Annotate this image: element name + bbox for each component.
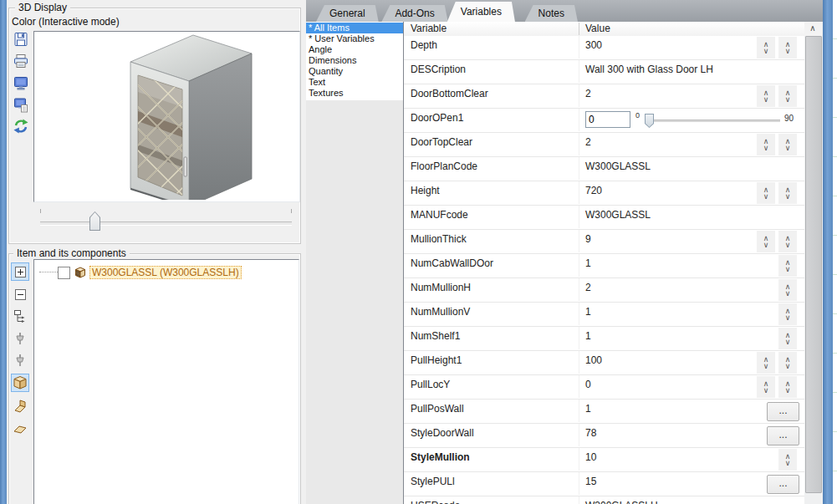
- chevron-down-icon[interactable]: ∨: [785, 314, 791, 321]
- column-header-value[interactable]: Value: [585, 23, 610, 34]
- chevron-down-icon[interactable]: ∨: [785, 242, 791, 248]
- vertical-scrollbar[interactable]: ∧: [804, 22, 821, 504]
- spinner-control[interactable]: ∧∨: [778, 255, 797, 277]
- tree-item-row[interactable]: W300GLASSL (W300GLASSLH): [39, 265, 242, 280]
- chevron-down-icon[interactable]: ∨: [763, 145, 769, 151]
- spinner-control[interactable]: ∧∨: [778, 37, 797, 59]
- chevron-down-icon[interactable]: ∨: [785, 363, 791, 369]
- chevron-down-icon[interactable]: ∨: [763, 96, 769, 103]
- bent-panel-button[interactable]: [11, 396, 29, 415]
- table-row[interactable]: DoorBottomClear2∧∨∧∨: [404, 84, 804, 109]
- chevron-down-icon[interactable]: ∨: [763, 363, 769, 369]
- spinner-control[interactable]: ∧∨: [757, 182, 775, 204]
- scrollbar-up-button[interactable]: ∧: [804, 22, 821, 36]
- slider-thumb[interactable]: [89, 211, 100, 231]
- chevron-down-icon[interactable]: ∨: [763, 48, 769, 54]
- tab-variables[interactable]: Variables: [447, 2, 515, 22]
- category-item[interactable]: Quantity: [306, 66, 403, 77]
- slider-track[interactable]: [40, 221, 292, 226]
- value-slider-thumb[interactable]: [645, 114, 654, 128]
- collapse-all-button[interactable]: [11, 285, 29, 303]
- table-row[interactable]: PullHeight1100∧∨∧∨: [404, 351, 804, 375]
- chevron-down-icon[interactable]: ∨: [785, 339, 791, 345]
- chevron-down-icon[interactable]: ∨: [785, 290, 791, 297]
- column-separator[interactable]: [579, 23, 579, 35]
- table-row[interactable]: PullPosWall1...: [404, 400, 804, 424]
- table-row[interactable]: StyleDoorWall78...: [404, 424, 804, 448]
- spinner-control[interactable]: ∧∨: [757, 85, 775, 107]
- chevron-down-icon[interactable]: ∨: [785, 48, 791, 54]
- table-row[interactable]: Depth300∧∨∧∨: [404, 36, 804, 60]
- assembly-box-button[interactable]: [11, 374, 29, 392]
- spinner-control[interactable]: ∧∨: [778, 182, 797, 204]
- value-slider-track[interactable]: [646, 120, 780, 122]
- table-row[interactable]: Height720∧∨∧∨: [404, 181, 804, 206]
- spinner-control[interactable]: ∧∨: [757, 376, 775, 398]
- tree-item-label[interactable]: W300GLASSL (W300GLASSLH): [89, 266, 242, 279]
- column-header-variable[interactable]: Variable: [411, 23, 447, 34]
- category-item[interactable]: Text: [306, 77, 403, 88]
- spinner-control[interactable]: ∧∨: [778, 85, 797, 107]
- table-row[interactable]: NumShelf11∧∨: [404, 327, 804, 351]
- category-item[interactable]: Angle: [306, 44, 403, 55]
- chevron-down-icon[interactable]: ∨: [785, 266, 791, 272]
- viewport-3d[interactable]: [33, 31, 300, 202]
- components-tree[interactable]: W300GLASSL (W300GLASSLH): [33, 259, 299, 504]
- category-item[interactable]: Dimensions: [306, 55, 403, 66]
- tab-add-ons[interactable]: Add-Ons: [381, 5, 447, 22]
- spinner-control[interactable]: ∧∨: [757, 231, 775, 252]
- display-button[interactable]: [12, 74, 30, 92]
- chevron-down-icon[interactable]: ∨: [763, 242, 769, 248]
- spinner-control[interactable]: ∧∨: [778, 376, 797, 398]
- pin-button-1[interactable]: [11, 329, 29, 348]
- table-row[interactable]: MANUFcodeW300GLASSL: [404, 206, 804, 230]
- spinner-control[interactable]: ∧∨: [778, 303, 797, 325]
- spinner-control[interactable]: ∧∨: [757, 37, 775, 59]
- refresh-button[interactable]: [12, 117, 30, 135]
- spinner-control[interactable]: ∧∨: [778, 134, 797, 155]
- chevron-down-icon[interactable]: ∨: [763, 387, 769, 394]
- table-row[interactable]: NumMullionV1∧∨: [404, 303, 804, 327]
- spinner-control[interactable]: ∧∨: [778, 279, 797, 301]
- spinner-control[interactable]: ∧∨: [778, 352, 797, 374]
- value-input[interactable]: [585, 111, 630, 128]
- table-row[interactable]: DESCriptionWall 300 with Glass Door LH: [404, 60, 804, 84]
- table-row[interactable]: MullionThick9∧∨∧∨: [404, 230, 804, 254]
- table-row[interactable]: StylePULl15...: [404, 472, 804, 496]
- table-row[interactable]: DoorTopClear2∧∨∧∨: [404, 133, 804, 157]
- chevron-down-icon[interactable]: ∨: [785, 460, 791, 466]
- table-row[interactable]: NumMullionH2∧∨: [404, 278, 804, 303]
- chevron-down-icon[interactable]: ∨: [763, 193, 769, 200]
- ellipsis-button[interactable]: ...: [767, 475, 799, 494]
- table-row[interactable]: StyleMullion10∧∨: [404, 448, 804, 472]
- chevron-down-icon[interactable]: ∨: [785, 387, 791, 394]
- ellipsis-button[interactable]: ...: [767, 426, 799, 445]
- flat-panel-button[interactable]: [11, 419, 29, 437]
- tab-general[interactable]: General: [316, 5, 379, 22]
- table-row[interactable]: DoorOPen1090: [404, 109, 804, 133]
- tree-item-checkbox[interactable]: [58, 267, 70, 279]
- chevron-down-icon[interactable]: ∨: [785, 96, 791, 103]
- spinner-control[interactable]: ∧∨: [757, 134, 775, 155]
- spinner-control[interactable]: ∧∨: [757, 352, 775, 374]
- spinner-control[interactable]: ∧∨: [778, 328, 797, 349]
- table-row[interactable]: USERcodeW300GLASSLH: [404, 496, 804, 504]
- display-copy-button[interactable]: [12, 95, 30, 114]
- chevron-down-icon[interactable]: ∨: [785, 193, 791, 200]
- tab-notes[interactable]: Notes: [525, 5, 578, 22]
- category-item[interactable]: Textures: [306, 88, 403, 99]
- table-row[interactable]: FloorPlanCodeW300GLASSL: [404, 157, 804, 181]
- save-button[interactable]: [12, 30, 30, 48]
- spinner-control[interactable]: ∧∨: [778, 449, 797, 471]
- table-row[interactable]: NumCabWallDOor1∧∨: [404, 254, 804, 278]
- pin-button-2[interactable]: [11, 351, 29, 369]
- print-button[interactable]: [12, 52, 30, 70]
- rotation-slider[interactable]: [33, 204, 299, 237]
- ellipsis-button[interactable]: ...: [767, 402, 799, 421]
- table-row[interactable]: PullLocY0∧∨∧∨: [404, 375, 804, 400]
- expand-all-button[interactable]: [11, 262, 29, 281]
- tree-view-button[interactable]: [11, 308, 29, 326]
- table-header[interactable]: Variable Value: [404, 22, 804, 37]
- category-item[interactable]: * User Variables: [306, 33, 403, 44]
- chevron-down-icon[interactable]: ∨: [785, 145, 791, 151]
